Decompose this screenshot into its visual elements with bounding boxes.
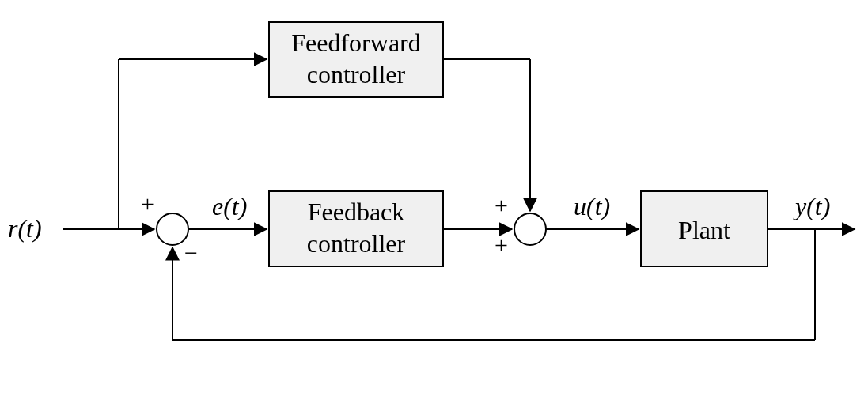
label-feedback-2: controller <box>307 229 406 258</box>
label-feedback-1: Feedback <box>308 198 405 226</box>
label-plant: Plant <box>678 216 730 244</box>
label-feedforward-1: Feedforward <box>291 28 420 57</box>
sum-junction-2 <box>514 213 546 245</box>
label-control: u(t) <box>574 192 610 220</box>
sign-sum2-top: + <box>495 192 508 218</box>
sign-sum1-minus: − <box>184 239 198 266</box>
sign-sum2-left: + <box>495 232 508 258</box>
label-output: y(t) <box>793 192 830 220</box>
label-reference: r(t) <box>8 214 42 243</box>
block-diagram: r(t) Feedforward controller + − e(t) Fee… <box>0 0 868 407</box>
sum-junction-1 <box>157 213 188 245</box>
label-feedforward-2: controller <box>307 60 406 89</box>
label-error: e(t) <box>212 192 247 220</box>
sign-sum1-plus: + <box>141 190 154 217</box>
